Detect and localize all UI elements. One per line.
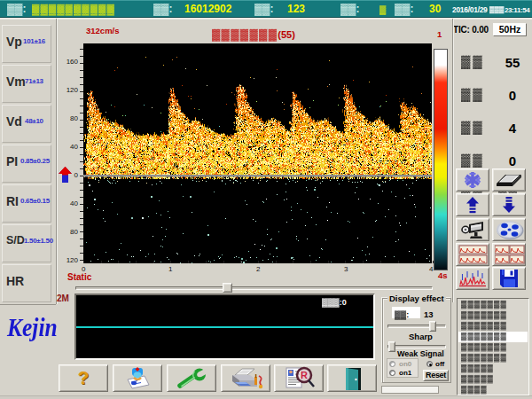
svg-text:R: R (301, 370, 308, 380)
